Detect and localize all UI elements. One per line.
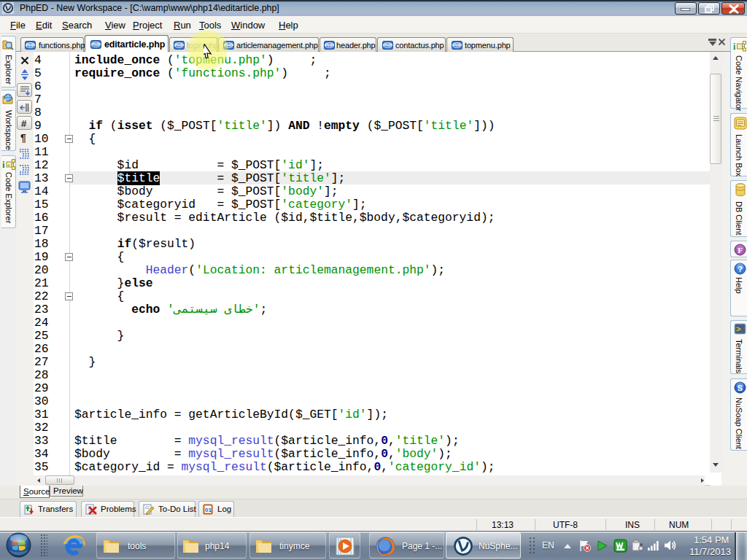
svg-text:F: F (738, 246, 743, 254)
svg-text:?: ? (738, 265, 743, 273)
svg-text:+: + (7, 163, 10, 167)
svg-text:i: i (733, 42, 736, 52)
svg-text:>: > (736, 325, 741, 334)
svg-text:01: 01 (205, 507, 212, 513)
svg-text:S: S (738, 384, 743, 392)
svg-text:i: i (2, 159, 5, 170)
